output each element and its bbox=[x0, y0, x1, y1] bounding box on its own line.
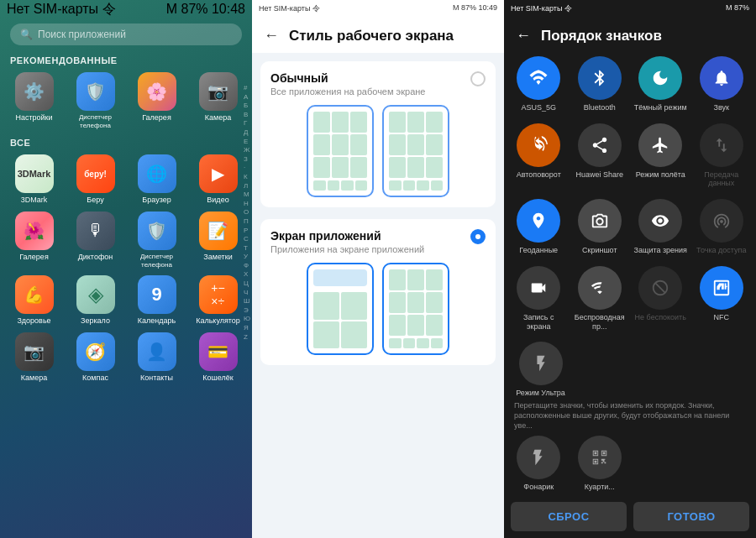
ultra-mode-row: Режим Ультра bbox=[504, 340, 756, 398]
toggle-bluetooth[interactable]: Bluetooth bbox=[572, 56, 628, 118]
toggle-qr[interactable]: Куарти... bbox=[572, 436, 628, 492]
toggle-location-label: Геоданные bbox=[519, 246, 558, 255]
toggle-bluetooth-label: Bluetooth bbox=[584, 103, 616, 112]
app-calc[interactable]: +−×÷ Калькулятор bbox=[191, 275, 245, 326]
app-camera[interactable]: 📷 Камера bbox=[191, 72, 245, 129]
app-browser[interactable]: 🌐 Браузер bbox=[129, 154, 184, 205]
app-icon-calendar: 9 bbox=[138, 275, 176, 314]
app-settings[interactable]: ⚙️ Настройки bbox=[7, 72, 61, 129]
status-bar-2: Нет SIM-карты 令 М 87% 10:49 bbox=[252, 0, 504, 18]
panel-icon-order: Нет SIM-карты 令 М 87% ← Порядок значков … bbox=[504, 0, 756, 538]
section-all: ВСЕ bbox=[0, 133, 252, 151]
mc bbox=[426, 269, 443, 290]
app-wallet[interactable]: 💳 Кошелёк bbox=[191, 332, 245, 383]
app-notes[interactable]: 📝 Заметки bbox=[191, 212, 245, 269]
data-transfer-icon bbox=[700, 123, 743, 167]
style-option-normal[interactable]: Обычный Все приложения на рабочем экране bbox=[260, 61, 496, 207]
mc bbox=[426, 157, 443, 178]
app-health[interactable]: 💪 Здоровье bbox=[7, 275, 61, 326]
phone-mockup-app-1 bbox=[307, 263, 374, 355]
app-3dmark[interactable]: 3DMark 3DMark bbox=[7, 154, 61, 205]
toggle-no-disturb[interactable]: Не беспокоить bbox=[633, 266, 689, 337]
app-label-notes: Заметки bbox=[203, 253, 232, 262]
toggle-wifi[interactable]: ASUS_5G bbox=[511, 56, 567, 118]
app-calendar[interactable]: 9 Календарь bbox=[129, 275, 184, 326]
toggle-screenshot-label: Скриншот bbox=[582, 246, 617, 255]
screenshot-icon bbox=[578, 199, 622, 243]
mc bbox=[389, 269, 406, 290]
toggle-sound[interactable]: Звук bbox=[694, 56, 750, 118]
mc bbox=[350, 134, 367, 155]
app-label-beru: Беру bbox=[87, 196, 103, 205]
back-button-2[interactable]: ← bbox=[264, 27, 279, 44]
app-icon-gallery: 🌸 bbox=[138, 72, 176, 111]
toggle-screenshot[interactable]: Скриншот bbox=[572, 199, 628, 261]
mockup-bottom-n1 bbox=[313, 180, 367, 191]
app-beru[interactable]: беру! Беру bbox=[68, 154, 123, 205]
app-icon-wallet: 💳 bbox=[199, 332, 238, 371]
toggle-nfc[interactable]: NFC bbox=[694, 266, 750, 337]
panel3-header: ← Порядок значков bbox=[504, 18, 756, 53]
app-dispatcher2[interactable]: 🛡️ Диспетчер телефона bbox=[129, 212, 184, 269]
toggle-qr-label: Куарти... bbox=[585, 483, 615, 492]
mc bbox=[407, 315, 424, 336]
toggle-dark-mode-label: Тёмный режим bbox=[634, 103, 687, 112]
mc bbox=[313, 134, 330, 155]
mockup-grid-a1 bbox=[313, 292, 367, 348]
app-dispatcher[interactable]: 🛡️ Диспетчер телефона bbox=[68, 72, 123, 129]
status-left-3: Нет SIM-карты 令 bbox=[511, 3, 572, 15]
app-gallery[interactable]: 🌸 Галерея bbox=[129, 72, 184, 129]
panel-style-selector: Нет SIM-карты 令 М 87% 10:49 ← Стиль рабо… bbox=[252, 0, 504, 538]
toggle-screen-record-label: Запись с экрана bbox=[511, 313, 567, 332]
toggle-eye-protection[interactable]: Защита зрения bbox=[633, 199, 689, 261]
screen-record-icon bbox=[517, 266, 560, 310]
search-placeholder: Поиск приложений bbox=[38, 29, 126, 40]
toggle-wireless[interactable]: Беспроводная пр... bbox=[572, 266, 628, 337]
back-button-3[interactable]: ← bbox=[516, 27, 531, 44]
dark-mode-icon bbox=[638, 56, 682, 100]
toggle-ultra[interactable]: Режим Ультра bbox=[511, 342, 570, 398]
app-icon-video: ▶ bbox=[199, 154, 238, 193]
app-kamera[interactable]: 📷 Камера bbox=[7, 332, 61, 383]
style-option-appscreen[interactable]: Экран приложений Приложения на экране пр… bbox=[260, 219, 496, 365]
toggle-flashlight[interactable]: Фонарик bbox=[511, 436, 567, 492]
mc bbox=[350, 157, 367, 178]
app-label-gallery2: Галерея bbox=[19, 253, 49, 262]
status-right-2: М 87% 10:49 bbox=[453, 3, 497, 15]
toggle-sound-label: Звук bbox=[714, 103, 729, 112]
reset-button[interactable]: СБРОС bbox=[511, 502, 627, 531]
toggle-screen-record[interactable]: Запись с экрана bbox=[511, 266, 567, 337]
recommended-grid: ⚙️ Настройки 🛡️ Диспетчер телефона 🌸 Гал… bbox=[0, 69, 252, 133]
app-label-contacts: Контакты bbox=[140, 373, 173, 383]
toggle-dark-mode[interactable]: Тёмный режим bbox=[633, 56, 689, 118]
toggle-airplane[interactable]: Режим полёта bbox=[633, 123, 689, 194]
mbc bbox=[417, 180, 429, 191]
toggle-no-disturb-label: Не беспокоить bbox=[635, 313, 686, 322]
panel3-title: Порядок значков bbox=[541, 28, 662, 44]
app-video[interactable]: ▶ Видео bbox=[191, 154, 245, 205]
app-gallery2[interactable]: 🌺 Галерея bbox=[7, 212, 61, 269]
radio-appscreen[interactable] bbox=[470, 229, 486, 244]
toggle-autorotate[interactable]: Автоповорот bbox=[511, 123, 567, 194]
toggle-autorotate-label: Автоповорот bbox=[517, 170, 561, 180]
toggle-hotspot[interactable]: Точка доступа bbox=[694, 199, 750, 261]
radio-normal[interactable] bbox=[470, 71, 486, 86]
app-contacts[interactable]: 👤 Контакты bbox=[129, 332, 184, 383]
app-dictophone[interactable]: 🎙 Диктофон bbox=[68, 212, 123, 269]
toggle-data-transfer[interactable]: Передача данных bbox=[694, 123, 750, 194]
app-compass[interactable]: 🧭 Компас bbox=[68, 332, 123, 383]
toggle-ultra-label: Режим Ультра bbox=[516, 389, 565, 398]
done-button[interactable]: ГОТОВО bbox=[633, 502, 749, 531]
toggle-huawei-share[interactable]: Huawei Share bbox=[572, 123, 628, 194]
bluetooth-icon bbox=[578, 56, 622, 100]
app-mirror[interactable]: ◈ Зеркало bbox=[68, 275, 123, 326]
style-option-appscreen-text: Экран приложений Приложения на экране пр… bbox=[270, 229, 424, 254]
style-option-normal-text: Обычный Все приложения на рабочем экране bbox=[270, 71, 425, 97]
mc bbox=[407, 134, 424, 155]
search-bar[interactable]: 🔍 Поиск приложений bbox=[10, 24, 242, 45]
mc bbox=[407, 112, 424, 133]
mc bbox=[426, 315, 443, 336]
status-right-3: М 87% bbox=[726, 3, 749, 15]
toggle-location[interactable]: Геоданные bbox=[511, 199, 567, 261]
divider-description: Перетащите значки, чтобы изменить их пор… bbox=[504, 398, 756, 432]
